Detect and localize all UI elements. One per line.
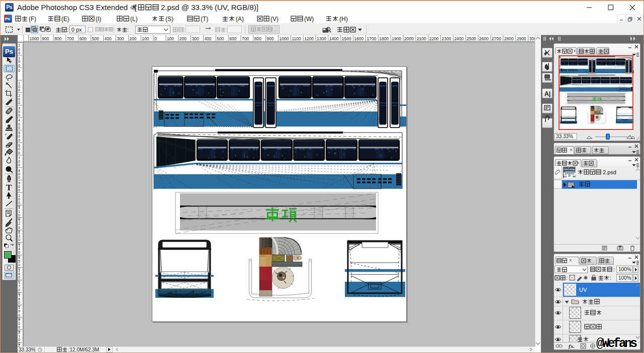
svg-text:500: 500	[217, 36, 224, 41]
svg-text:1100: 1100	[292, 36, 301, 41]
svg-text:2100: 2100	[417, 36, 426, 41]
svg-text:0: 0	[18, 63, 20, 68]
svg-text:100: 100	[167, 36, 174, 41]
svg-text:A|: A|	[544, 90, 550, 97]
svg-text:600: 600	[79, 36, 86, 41]
svg-text:0: 0	[18, 88, 20, 92]
svg-text:0: 0	[18, 51, 20, 55]
svg-text:1700: 1700	[367, 36, 377, 41]
svg-text:2800: 2800	[504, 36, 514, 41]
svg-text:0: 0	[18, 175, 20, 180]
svg-text:1400: 1400	[329, 36, 339, 41]
svg-text:2400: 2400	[454, 36, 464, 41]
svg-text:0: 0	[18, 113, 20, 117]
svg-text:0: 0	[18, 126, 20, 130]
svg-text:1000: 1000	[30, 36, 39, 41]
svg-text:800: 800	[54, 36, 61, 41]
svg-text:2500: 2500	[467, 36, 476, 41]
svg-text:400: 400	[204, 36, 211, 41]
svg-text:1500: 1500	[342, 36, 351, 41]
svg-text:600: 600	[229, 36, 236, 41]
svg-text:2700: 2700	[492, 36, 501, 41]
svg-text:400: 400	[105, 36, 112, 41]
svg-text:1800: 1800	[379, 36, 389, 41]
svg-text:0: 0	[18, 100, 20, 105]
svg-text:700: 700	[67, 36, 74, 41]
svg-text:2200: 2200	[429, 36, 439, 41]
svg-text:1600: 1600	[354, 36, 364, 41]
svg-text:1000: 1000	[280, 36, 289, 41]
svg-text:900: 900	[42, 36, 49, 41]
svg-text:0: 0	[18, 138, 20, 143]
svg-text:700: 700	[242, 36, 249, 41]
svg-text:500: 500	[92, 36, 99, 41]
svg-text:3000: 3000	[529, 36, 535, 41]
svg-text:200: 200	[179, 36, 187, 41]
svg-text:2300: 2300	[442, 36, 451, 41]
svg-text:300: 300	[192, 36, 199, 41]
svg-text:0: 0	[18, 151, 20, 155]
svg-text:300: 300	[117, 36, 124, 41]
svg-text:900: 900	[267, 36, 274, 41]
svg-text:200: 200	[129, 36, 136, 41]
svg-text:fx.: fx.	[569, 343, 575, 349]
svg-text:1900: 1900	[392, 36, 401, 41]
svg-text:2000: 2000	[404, 36, 414, 41]
svg-text:@Wefans: @Wefans	[596, 336, 637, 351]
svg-text:1200: 1200	[304, 36, 314, 41]
svg-text:0: 0	[18, 68, 20, 73]
svg-text:0: 0	[154, 36, 157, 41]
svg-text:2600: 2600	[479, 36, 489, 41]
svg-text:100: 100	[142, 36, 149, 41]
svg-text:0: 0	[18, 163, 20, 167]
svg-text:1300: 1300	[317, 36, 326, 41]
svg-text:2900: 2900	[517, 36, 526, 41]
svg-text:T: T	[6, 183, 12, 192]
svg-text:2: 2	[18, 343, 20, 346]
svg-text:800: 800	[254, 36, 261, 41]
svg-text:0: 0	[18, 188, 20, 192]
